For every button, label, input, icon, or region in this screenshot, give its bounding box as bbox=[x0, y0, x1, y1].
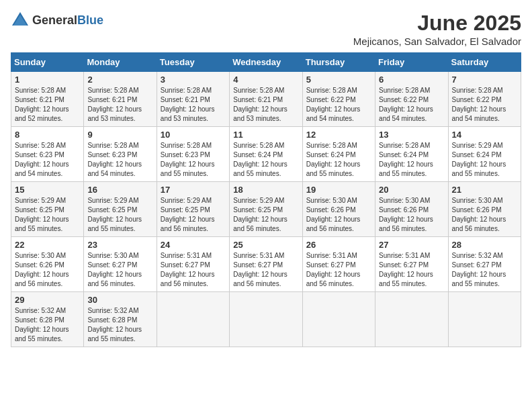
calendar-cell: 7Sunrise: 5:28 AM Sunset: 6:22 PM Daylig… bbox=[448, 72, 521, 127]
day-number: 3 bbox=[161, 75, 226, 85]
calendar-cell: 29Sunrise: 5:32 AM Sunset: 6:28 PM Dayli… bbox=[11, 292, 84, 347]
page-header: GeneralBlue June 2025 Mejicanos, San Sal… bbox=[11, 11, 521, 47]
day-number: 29 bbox=[15, 295, 80, 305]
calendar-cell: 3Sunrise: 5:28 AM Sunset: 6:21 PM Daylig… bbox=[157, 72, 229, 127]
calendar-cell: 19Sunrise: 5:30 AM Sunset: 6:26 PM Dayli… bbox=[302, 182, 375, 237]
day-info: Sunrise: 5:29 AM Sunset: 6:25 PM Dayligh… bbox=[87, 196, 152, 234]
day-number: 4 bbox=[233, 75, 298, 85]
month-title: June 2025 bbox=[353, 11, 521, 36]
calendar-cell: 18Sunrise: 5:29 AM Sunset: 6:25 PM Dayli… bbox=[230, 182, 302, 237]
calendar-cell: 21Sunrise: 5:30 AM Sunset: 6:26 PM Dayli… bbox=[448, 182, 521, 237]
calendar-cell: 27Sunrise: 5:31 AM Sunset: 6:27 PM Dayli… bbox=[375, 237, 448, 292]
column-header-saturday: Saturday bbox=[448, 53, 521, 72]
day-number: 15 bbox=[15, 185, 80, 195]
day-info: Sunrise: 5:28 AM Sunset: 6:24 PM Dayligh… bbox=[233, 141, 298, 179]
calendar-week-row-4: 22Sunrise: 5:30 AM Sunset: 6:26 PM Dayli… bbox=[11, 237, 521, 292]
day-number: 10 bbox=[161, 130, 226, 140]
calendar-week-row-1: 1Sunrise: 5:28 AM Sunset: 6:21 PM Daylig… bbox=[11, 72, 521, 127]
day-info: Sunrise: 5:31 AM Sunset: 6:27 PM Dayligh… bbox=[161, 251, 226, 289]
day-info: Sunrise: 5:28 AM Sunset: 6:22 PM Dayligh… bbox=[379, 86, 444, 124]
calendar-cell: 1Sunrise: 5:28 AM Sunset: 6:21 PM Daylig… bbox=[11, 72, 84, 127]
day-number: 11 bbox=[233, 130, 298, 140]
calendar-cell: 17Sunrise: 5:29 AM Sunset: 6:25 PM Dayli… bbox=[157, 182, 229, 237]
day-info: Sunrise: 5:32 AM Sunset: 6:28 PM Dayligh… bbox=[15, 306, 80, 344]
day-info: Sunrise: 5:32 AM Sunset: 6:28 PM Dayligh… bbox=[87, 306, 152, 344]
calendar-week-row-5: 29Sunrise: 5:32 AM Sunset: 6:28 PM Dayli… bbox=[11, 292, 521, 347]
day-number: 18 bbox=[233, 185, 298, 195]
column-header-thursday: Thursday bbox=[302, 53, 375, 72]
calendar-cell: 8Sunrise: 5:28 AM Sunset: 6:23 PM Daylig… bbox=[11, 127, 84, 182]
column-header-wednesday: Wednesday bbox=[230, 53, 302, 72]
day-number: 13 bbox=[379, 130, 444, 140]
day-info: Sunrise: 5:29 AM Sunset: 6:25 PM Dayligh… bbox=[161, 196, 226, 234]
day-info: Sunrise: 5:30 AM Sunset: 6:26 PM Dayligh… bbox=[379, 196, 444, 234]
day-number: 28 bbox=[452, 240, 517, 250]
calendar-table: SundayMondayTuesdayWednesdayThursdayFrid… bbox=[11, 52, 521, 347]
calendar-cell: 30Sunrise: 5:32 AM Sunset: 6:28 PM Dayli… bbox=[84, 292, 157, 347]
day-info: Sunrise: 5:31 AM Sunset: 6:27 PM Dayligh… bbox=[379, 251, 444, 289]
day-info: Sunrise: 5:30 AM Sunset: 6:27 PM Dayligh… bbox=[87, 251, 152, 289]
day-number: 9 bbox=[87, 130, 152, 140]
day-number: 7 bbox=[452, 75, 517, 85]
day-info: Sunrise: 5:28 AM Sunset: 6:24 PM Dayligh… bbox=[306, 141, 371, 179]
day-number: 2 bbox=[87, 75, 152, 85]
location-title: Mejicanos, San Salvador, El Salvador bbox=[353, 36, 521, 47]
day-info: Sunrise: 5:28 AM Sunset: 6:21 PM Dayligh… bbox=[87, 86, 152, 124]
day-info: Sunrise: 5:28 AM Sunset: 6:22 PM Dayligh… bbox=[306, 86, 371, 124]
day-info: Sunrise: 5:29 AM Sunset: 6:25 PM Dayligh… bbox=[233, 196, 298, 234]
day-info: Sunrise: 5:28 AM Sunset: 6:23 PM Dayligh… bbox=[161, 141, 226, 179]
calendar-cell: 9Sunrise: 5:28 AM Sunset: 6:23 PM Daylig… bbox=[84, 127, 157, 182]
day-number: 12 bbox=[306, 130, 371, 140]
day-info: Sunrise: 5:28 AM Sunset: 6:21 PM Dayligh… bbox=[15, 86, 80, 124]
day-info: Sunrise: 5:30 AM Sunset: 6:26 PM Dayligh… bbox=[306, 196, 371, 234]
day-info: Sunrise: 5:28 AM Sunset: 6:22 PM Dayligh… bbox=[452, 86, 517, 124]
day-number: 23 bbox=[87, 240, 152, 250]
calendar-week-row-2: 8Sunrise: 5:28 AM Sunset: 6:23 PM Daylig… bbox=[11, 127, 521, 182]
calendar-cell: 24Sunrise: 5:31 AM Sunset: 6:27 PM Dayli… bbox=[157, 237, 229, 292]
day-info: Sunrise: 5:31 AM Sunset: 6:27 PM Dayligh… bbox=[306, 251, 371, 289]
calendar-cell bbox=[375, 292, 448, 347]
day-number: 6 bbox=[379, 75, 444, 85]
day-number: 25 bbox=[233, 240, 298, 250]
calendar-cell bbox=[448, 292, 521, 347]
day-number: 26 bbox=[306, 240, 371, 250]
day-number: 8 bbox=[15, 130, 80, 140]
calendar-cell: 20Sunrise: 5:30 AM Sunset: 6:26 PM Dayli… bbox=[375, 182, 448, 237]
day-number: 22 bbox=[15, 240, 80, 250]
title-area: June 2025 Mejicanos, San Salvador, El Sa… bbox=[353, 11, 521, 47]
calendar-cell: 23Sunrise: 5:30 AM Sunset: 6:27 PM Dayli… bbox=[84, 237, 157, 292]
logo-text: GeneralBlue bbox=[32, 13, 103, 28]
day-number: 21 bbox=[452, 185, 517, 195]
day-number: 5 bbox=[306, 75, 371, 85]
day-number: 17 bbox=[161, 185, 226, 195]
calendar-cell: 5Sunrise: 5:28 AM Sunset: 6:22 PM Daylig… bbox=[302, 72, 375, 127]
day-info: Sunrise: 5:29 AM Sunset: 6:24 PM Dayligh… bbox=[452, 141, 517, 179]
day-info: Sunrise: 5:28 AM Sunset: 6:24 PM Dayligh… bbox=[379, 141, 444, 179]
calendar-cell bbox=[157, 292, 229, 347]
calendar-cell: 10Sunrise: 5:28 AM Sunset: 6:23 PM Dayli… bbox=[157, 127, 229, 182]
day-number: 20 bbox=[379, 185, 444, 195]
day-number: 14 bbox=[452, 130, 517, 140]
calendar-week-row-3: 15Sunrise: 5:29 AM Sunset: 6:25 PM Dayli… bbox=[11, 182, 521, 237]
day-number: 30 bbox=[87, 295, 152, 305]
day-info: Sunrise: 5:28 AM Sunset: 6:23 PM Dayligh… bbox=[15, 141, 80, 179]
calendar-cell: 6Sunrise: 5:28 AM Sunset: 6:22 PM Daylig… bbox=[375, 72, 448, 127]
calendar-cell: 16Sunrise: 5:29 AM Sunset: 6:25 PM Dayli… bbox=[84, 182, 157, 237]
day-number: 24 bbox=[161, 240, 226, 250]
day-info: Sunrise: 5:31 AM Sunset: 6:27 PM Dayligh… bbox=[233, 251, 298, 289]
calendar-cell bbox=[302, 292, 375, 347]
logo: GeneralBlue bbox=[11, 11, 103, 30]
day-number: 16 bbox=[87, 185, 152, 195]
calendar-cell: 12Sunrise: 5:28 AM Sunset: 6:24 PM Dayli… bbox=[302, 127, 375, 182]
calendar-cell: 14Sunrise: 5:29 AM Sunset: 6:24 PM Dayli… bbox=[448, 127, 521, 182]
day-info: Sunrise: 5:30 AM Sunset: 6:26 PM Dayligh… bbox=[452, 196, 517, 234]
calendar-cell: 25Sunrise: 5:31 AM Sunset: 6:27 PM Dayli… bbox=[230, 237, 302, 292]
day-number: 1 bbox=[15, 75, 80, 85]
day-number: 19 bbox=[306, 185, 371, 195]
column-header-tuesday: Tuesday bbox=[157, 53, 229, 72]
calendar-header-row: SundayMondayTuesdayWednesdayThursdayFrid… bbox=[11, 53, 521, 72]
logo-icon bbox=[11, 11, 30, 30]
calendar-cell: 2Sunrise: 5:28 AM Sunset: 6:21 PM Daylig… bbox=[84, 72, 157, 127]
day-number: 27 bbox=[379, 240, 444, 250]
calendar-cell bbox=[230, 292, 302, 347]
